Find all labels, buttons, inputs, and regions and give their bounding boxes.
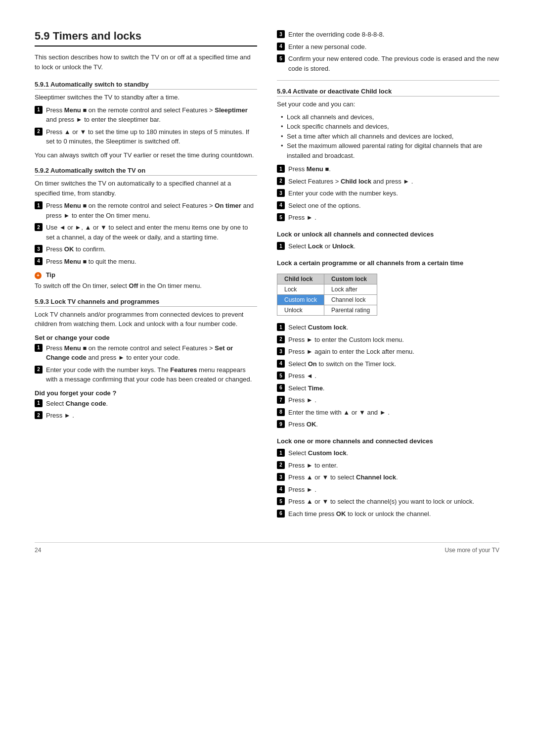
step-text: Enter your code with the number keys.: [288, 189, 499, 198]
section-593-desc: Lock TV channels and/or programmes from …: [35, 310, 257, 329]
section-592-desc: On timer switches the TV on automaticall…: [35, 179, 257, 198]
section-591-desc: Sleeptimer switches the TV to standby af…: [35, 93, 257, 102]
step-number: 5: [277, 372, 285, 379]
step-text: Confirm your new entered code. The previ…: [288, 54, 499, 73]
bullet-item: Lock specific channels and devices,: [281, 122, 499, 132]
bullet-item: Set the maximum allowed parental rating …: [281, 141, 499, 160]
step-number: 9: [277, 420, 285, 428]
right-column: 3 Enter the overriding code 8-8-8-8. 4 E…: [277, 30, 499, 522]
step-text: Press ► to enter the Custom lock menu.: [288, 335, 499, 345]
step-number: 4: [277, 360, 285, 368]
step-item: 5 Confirm your new entered code. The pre…: [277, 54, 499, 73]
lock-certain-steps: 1 Select Custom lock. 2 Press ► to enter…: [277, 323, 499, 429]
step-item: 1 Press Menu ■.: [277, 164, 499, 174]
section-594-set-code-note: Set your code and you can:: [277, 99, 499, 109]
step-text: Each time press OK to lock or unlock the…: [288, 509, 499, 519]
step-number: 1: [277, 449, 285, 457]
step-number: 5: [277, 497, 285, 505]
step-text: Select Lock or Unlock.: [288, 241, 499, 251]
lock-unlock-all-heading: Lock or unlock all channels and connecte…: [277, 230, 499, 239]
step-number: 8: [277, 408, 285, 416]
lock-channels-steps: 1 Select Custom lock. 2 Press ► to enter…: [277, 448, 499, 519]
step-text: Press ► to enter.: [288, 461, 499, 471]
step-text: Press ► .: [288, 485, 499, 495]
section-593-title: 5.9.3 Lock TV channels and programmes: [35, 298, 257, 307]
step-number: 4: [277, 485, 285, 493]
step-number: 1: [277, 323, 285, 331]
step-item: 4 Select one of the options.: [277, 201, 499, 211]
step-number: 2: [277, 461, 285, 469]
step-number: 1: [35, 201, 43, 209]
table-cell-parentalrating: Parental rating: [324, 305, 377, 316]
step-text: Select Custom lock.: [288, 448, 499, 458]
step-number: 2: [277, 177, 285, 185]
step-item: 2 Enter your code with the number keys. …: [35, 365, 257, 384]
step-item: 5 Press ◄ .: [277, 371, 499, 381]
step-number: 3: [277, 473, 285, 481]
step-text: Use ◄ or ►, ▲ or ▼ to select and enter t…: [46, 223, 257, 242]
set-change-code-steps: 1 Press Menu ■ on the remote control and…: [35, 343, 257, 384]
table-cell-unlock: Unlock: [277, 305, 324, 316]
step-item: 7 Press ► .: [277, 395, 499, 405]
section-divider: [277, 80, 499, 81]
child-lock-menu-table: Child lock Custom lock Lock Lock after C…: [277, 274, 377, 316]
step-text: Press ► .: [288, 213, 499, 223]
step-text: Press OK.: [288, 420, 499, 429]
section-591-steps: 1 Press Menu ■ on the remote control and…: [35, 105, 257, 146]
table-row: Lock Lock after: [277, 284, 377, 295]
step-item: 3 Enter your code with the number keys.: [277, 189, 499, 198]
step-item: 1 Select Change code.: [35, 399, 257, 409]
step-item: 3 Enter the overriding code 8-8-8-8.: [277, 30, 499, 40]
step-text: Enter the time with ▲ or ▼ and ► .: [288, 408, 499, 418]
lock-unlock-all-steps: 1 Select Lock or Unlock.: [277, 241, 499, 251]
step-text: Press Menu ■ on the remote control and s…: [46, 201, 257, 220]
lock-certain-heading: Lock a certain programme or all channels…: [277, 258, 499, 268]
step-number: 2: [35, 128, 43, 136]
section-592-steps: 1 Press Menu ■ on the remote control and…: [35, 201, 257, 266]
step-item: 2 Press ► to enter the Custom lock menu.: [277, 335, 499, 345]
tip-label: Tip: [46, 271, 55, 279]
table-header-row: Child lock Custom lock: [277, 274, 377, 284]
step-number: 1: [35, 344, 43, 352]
step-text: Select On to switch on the Timer lock.: [288, 359, 499, 369]
step-number: 2: [277, 335, 285, 343]
two-column-layout: 5.9 Timers and locks This section descri…: [35, 30, 499, 522]
set-change-code-section: Set or change your code 1 Press Menu ■ o…: [35, 334, 257, 384]
step-text: Select Features > Child lock and press ►…: [288, 177, 499, 187]
step-number: 7: [277, 396, 285, 404]
step-text: Select Change code.: [46, 399, 257, 409]
step-text: Press Menu ■ to quit the menu.: [46, 257, 257, 267]
step-text: Press ◄ .: [288, 371, 499, 381]
table-row: Unlock Parental rating: [277, 305, 377, 316]
step-item: 3 Press ▲ or ▼ to select Channel lock.: [277, 472, 499, 482]
step-number: 2: [35, 223, 43, 231]
step-text: Press ▲ or ▼ to select Channel lock.: [288, 472, 499, 482]
step-number: 6: [277, 384, 285, 392]
step-item: 9 Press OK.: [277, 420, 499, 429]
step-text: Press Menu ■ on the remote control and s…: [46, 105, 257, 125]
step-item: 1 Press Menu ■ on the remote control and…: [35, 343, 257, 363]
step-item: 5 Press ► .: [277, 213, 499, 223]
step-text: Press ► .: [288, 395, 499, 405]
step-item: 2 Press ► .: [35, 411, 257, 421]
step-item: 2 Press ► to enter.: [277, 461, 499, 471]
table-row: Custom lock Channel lock: [277, 295, 377, 305]
section-591-title: 5.9.1 Automatically switch to standby: [35, 81, 257, 90]
forgot-code-heading: Did you forget your code ?: [35, 389, 257, 397]
step-number: 1: [277, 165, 285, 173]
step-item: 1 Select Custom lock.: [277, 323, 499, 332]
step-number: 1: [35, 106, 43, 114]
step-number: 1: [277, 242, 285, 250]
forgot-code-continued-steps: 3 Enter the overriding code 8-8-8-8. 4 E…: [277, 30, 499, 73]
step-number: 3: [277, 347, 285, 355]
step-text: Press ▲ or ▼ to set the time up to 180 m…: [46, 127, 257, 146]
step-number: 3: [277, 189, 285, 197]
step-number: 1: [35, 399, 43, 407]
step-item: 4 Press Menu ■ to quit the menu.: [35, 257, 257, 267]
forgot-code-section: Did you forget your code ? 1 Select Chan…: [35, 389, 257, 421]
step-item: 6 Each time press OK to lock or unlock t…: [277, 509, 499, 519]
lock-channels-heading: Lock one or more channels and connected …: [277, 436, 499, 446]
step-number: 4: [277, 201, 285, 209]
tip-title: + Tip: [35, 271, 257, 279]
step-text: Press ► again to enter the Lock after me…: [288, 347, 499, 357]
